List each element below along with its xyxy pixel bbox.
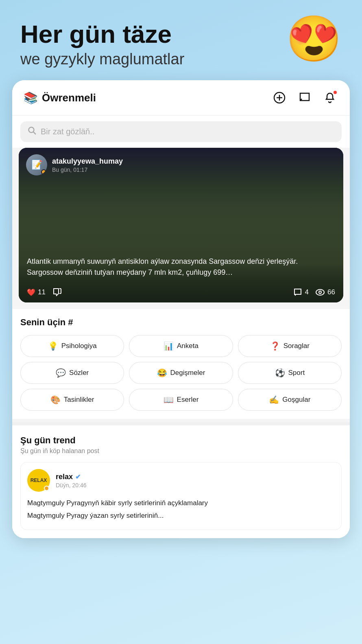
tag-label: Psihologiya (61, 342, 97, 350)
sozler-icon: 💬 (56, 368, 66, 378)
tag-label: Goşgular (282, 396, 310, 404)
post-text: Atlantik ummanyň suwunyň antisiklon aýla… (19, 256, 343, 278)
post-header: 📝 atakulyyewa_humay Bu gün, 01:17 (19, 148, 343, 180)
post-comment-action[interactable]: 4 (293, 287, 309, 297)
search-container: Bir zat gözläň.. (12, 116, 350, 148)
post-dislike-action[interactable] (52, 287, 63, 298)
trend-username: relax ✔ (56, 473, 87, 481)
comment-count: 4 (305, 288, 309, 296)
tag-label: Degişmeler (170, 369, 205, 377)
trend-user-info: relax ✔ Düýn, 20:46 (56, 473, 87, 488)
svg-point-3 (29, 127, 34, 133)
trend-title: Şu gün trend (20, 435, 342, 446)
app-card: 📚 Öwrenmeli (12, 80, 350, 538)
trend-line2: Magtymguly Pyragy ýazan syrly setirlerin… (27, 510, 335, 521)
anketa-icon: 📊 (164, 341, 174, 351)
notification-badge (333, 90, 338, 95)
top-bar: 📚 Öwrenmeli (12, 80, 350, 116)
tag-anketa[interactable]: 📊 Anketa (129, 335, 233, 357)
trend-content: Magtymguly Pyragynyň käbir syrly setirle… (27, 497, 335, 521)
tag-label: Sport (288, 369, 305, 377)
app-name: Öwrenmeli (42, 92, 271, 104)
post-card: 📝 atakulyyewa_humay Bu gün, 01:17 Atlant… (19, 148, 343, 302)
trend-section: Şu gün trend Şu gün iň köp halanan post … (12, 422, 350, 538)
gosgular-icon: ✍️ (269, 395, 279, 405)
relax-label: RELAX (31, 478, 47, 483)
heart-icon: ❤️ (27, 288, 35, 297)
online-indicator (41, 169, 46, 175)
tags-section: Senin üçin # 💡 Psihologiya 📊 Anketa ❓ So… (12, 309, 350, 419)
tag-label: Sözler (69, 369, 89, 377)
tag-sozler[interactable]: 💬 Sözler (20, 362, 124, 384)
tag-eserler[interactable]: 📖 Eserler (129, 389, 233, 411)
notifications-button[interactable] (321, 89, 338, 106)
add-button[interactable] (271, 89, 288, 106)
svg-point-9 (319, 291, 321, 294)
post-user-info: atakulyyewa_humay Bu gün, 01:17 (52, 157, 123, 173)
post-avatar: 📝 (26, 154, 47, 175)
tag-sport[interactable]: ⚽ Sport (238, 362, 342, 384)
svg-point-8 (316, 289, 324, 295)
tag-label: Eserler (177, 396, 199, 404)
post-username[interactable]: atakulyyewa_humay (52, 157, 123, 166)
chat-button[interactable] (296, 89, 313, 106)
hero-section: Her gün täze we gyzykly maglumatlar 😍 (12, 16, 350, 80)
post-footer: ❤️ 11 4 (19, 282, 343, 302)
trend-post-card[interactable]: RELAX relax ✔ Düýn, 20:46 Magtymguly Pyr… (20, 462, 342, 530)
post-view-action: 66 (315, 287, 335, 297)
tag-tasinlikler[interactable]: 🎨 Tasinlikler (20, 389, 124, 411)
post-like-action[interactable]: ❤️ 11 (27, 288, 46, 297)
trend-line1: Magtymguly Pyragynyň käbir syrly setirle… (27, 497, 335, 508)
eserler-icon: 📖 (164, 395, 174, 405)
psihologiya-icon: 💡 (48, 341, 58, 351)
app-logo-icon: 📚 (24, 91, 38, 105)
search-placeholder: Bir zat gözläň.. (41, 127, 94, 136)
tag-degismeler[interactable]: 😂 Degişmeler (129, 362, 233, 384)
post-timestamp: Bu gün, 01:17 (52, 166, 123, 173)
top-icons (271, 89, 338, 106)
tasinlikler-icon: 🎨 (50, 395, 61, 405)
svg-line-4 (33, 132, 36, 134)
like-count: 11 (38, 288, 46, 296)
trend-online-dot (44, 486, 49, 491)
tag-psihologiya[interactable]: 💡 Psihologiya (20, 335, 124, 357)
trend-avatar: RELAX (27, 469, 50, 492)
view-count: 66 (327, 288, 335, 296)
tags-grid: 💡 Psihologiya 📊 Anketa ❓ Soraglar 💬 Sözl… (20, 335, 342, 411)
hero-emoji: 😍 (286, 16, 342, 61)
search-icon (28, 126, 37, 137)
sport-icon: ⚽ (275, 368, 285, 378)
tag-label: Tasinlikler (64, 396, 94, 404)
tag-gosgular[interactable]: ✍️ Goşgular (238, 389, 342, 411)
trend-subtitle: Şu gün iň köp halanan post (20, 447, 342, 455)
soraglar-icon: ❓ (270, 341, 280, 351)
search-box[interactable]: Bir zat gözläň.. (20, 121, 342, 142)
tag-soraglar[interactable]: ❓ Soraglar (238, 335, 342, 357)
tag-label: Soraglar (283, 342, 310, 350)
degismeler-icon: 😂 (157, 368, 167, 378)
verified-icon: ✔ (75, 473, 81, 481)
tags-title: Senin üçin # (20, 317, 342, 328)
tag-label: Anketa (177, 342, 198, 350)
trend-post-header: RELAX relax ✔ Düýn, 20:46 (27, 469, 335, 492)
trend-timestamp: Düýn, 20:46 (56, 482, 87, 488)
